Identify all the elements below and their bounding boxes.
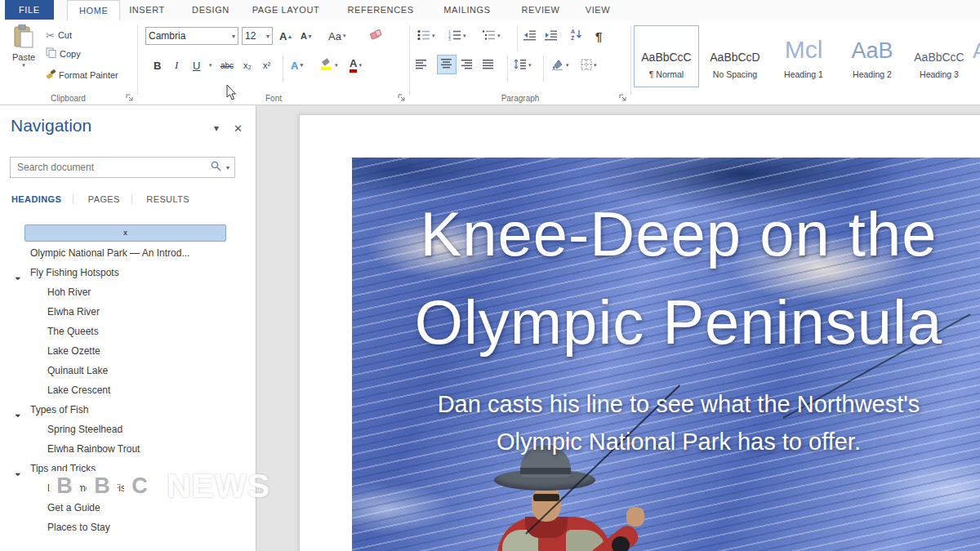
font-color-button[interactable]: A▾ xyxy=(350,56,362,74)
copy-label: Copy xyxy=(60,49,81,59)
text-effects-button[interactable]: A▾ xyxy=(291,56,303,74)
tab-mailings[interactable]: MAILINGS xyxy=(438,0,497,20)
tab-design[interactable]: DESIGN xyxy=(186,0,235,20)
nav-item[interactable]: Lake Ozette xyxy=(0,341,256,361)
nav-item[interactable]: Hoh River xyxy=(0,282,256,302)
show-hide-pilcrow-button[interactable]: ¶ xyxy=(595,27,602,45)
search-box[interactable]: ▾ xyxy=(10,157,235,178)
nav-item[interactable]: Elwha River xyxy=(0,302,256,322)
tab-view[interactable]: VIEW xyxy=(581,0,614,20)
tab-headings[interactable]: HEADINGS xyxy=(11,194,74,204)
svg-text:3: 3 xyxy=(448,37,451,41)
mouse-cursor xyxy=(226,85,238,104)
collapse-triangle-icon[interactable] xyxy=(15,409,23,417)
style-heading1[interactable]: Mcl Heading 1 xyxy=(771,25,836,87)
hero-image[interactable]: Knee-Deep on the Olympic Peninsula Dan c… xyxy=(352,158,980,551)
sort-button[interactable]: AZ xyxy=(571,27,582,45)
multilevel-list-button[interactable]: ▾ xyxy=(483,27,501,45)
format-painter-icon xyxy=(46,69,56,82)
ribbon-body: Paste ▾ ✂ Cut Copy Format Painter Clipbo… xyxy=(0,20,980,104)
shading-button[interactable]: ▾ xyxy=(551,56,569,74)
decrease-indent-icon xyxy=(523,29,537,43)
borders-button[interactable]: ▾ xyxy=(581,56,597,74)
change-case-button[interactable]: Aa▾ xyxy=(328,27,345,45)
paste-button[interactable]: Paste ▾ xyxy=(7,24,41,96)
underline-dropdown[interactable]: ▾ xyxy=(207,56,212,74)
paragraph-dialog-launcher[interactable] xyxy=(619,94,627,102)
tab-references[interactable]: REFERENCES xyxy=(341,0,420,20)
pane-close-icon[interactable]: ✕ xyxy=(234,122,243,135)
selected-heading-item[interactable]: x xyxy=(24,224,226,242)
style-partial-preview: A xyxy=(973,26,980,66)
cut-button[interactable]: ✂ Cut xyxy=(46,26,72,44)
tab-page-layout[interactable]: PAGE LAYOUT xyxy=(245,0,327,20)
line-spacing-button[interactable]: ▾ xyxy=(514,56,532,74)
numbering-button[interactable]: 123 ▾ xyxy=(448,27,466,45)
align-right-icon xyxy=(461,60,473,72)
paste-dropdown-arrow[interactable]: ▾ xyxy=(7,62,41,69)
collapse-triangle-icon[interactable] xyxy=(15,272,23,280)
font-dialog-launcher[interactable] xyxy=(398,94,406,102)
font-size-combo[interactable]: 12▾ xyxy=(242,27,273,45)
style-no-spacing[interactable]: AaBbCcD No Spacing xyxy=(702,25,768,87)
change-case-glyph: Aa xyxy=(328,30,341,42)
increase-indent-icon xyxy=(545,29,558,43)
nav-item[interactable]: Quinault Lake xyxy=(0,361,256,380)
tab-pages[interactable]: PAGES xyxy=(88,194,132,204)
superscript-button[interactable]: x² xyxy=(263,56,270,74)
italic-button[interactable]: I xyxy=(175,56,178,74)
borders-icon xyxy=(581,59,592,73)
nav-item[interactable]: Elwha Rainbow Trout xyxy=(0,439,256,459)
strikethrough-button[interactable]: abc xyxy=(220,56,234,74)
align-center-button[interactable] xyxy=(437,55,457,74)
search-dropdown-arrow[interactable]: ▾ xyxy=(226,164,229,171)
clipboard-dialog-launcher[interactable] xyxy=(126,94,134,102)
font-size-value: 12 xyxy=(245,30,256,42)
pane-options-chevron-icon[interactable]: ▾ xyxy=(214,122,219,134)
tab-results[interactable]: RESULTS xyxy=(146,194,201,204)
style-heading2[interactable]: AaB Heading 2 xyxy=(840,25,905,87)
search-icon[interactable] xyxy=(211,160,221,175)
shrink-font-button[interactable]: A▼ xyxy=(301,27,313,45)
nav-item[interactable]: The Queets xyxy=(0,322,256,341)
document-page[interactable]: Knee-Deep on the Olympic Peninsula Dan c… xyxy=(299,114,980,551)
style-partial[interactable]: A xyxy=(972,25,980,87)
copy-button[interactable]: Copy xyxy=(46,45,81,63)
tab-file[interactable]: FILE xyxy=(5,0,54,20)
font-name-combo[interactable]: Cambria▾ xyxy=(145,27,238,45)
paragraph-group: ▾ 123 ▾ ▾ xyxy=(411,20,630,104)
document-area[interactable]: Knee-Deep on the Olympic Peninsula Dan c… xyxy=(256,104,980,551)
grow-font-button[interactable]: A▲ xyxy=(279,27,292,45)
style-heading1-preview: Mcl xyxy=(772,26,835,66)
sunglasses xyxy=(533,494,559,501)
document-title-line1: Knee-Deep on the xyxy=(352,198,980,269)
cut-icon: ✂ xyxy=(46,29,55,42)
nav-item[interactable]: Fly Fishing Hotspots xyxy=(0,263,256,282)
align-right-button[interactable] xyxy=(461,56,473,74)
nav-item[interactable]: Spring Steelhead xyxy=(0,420,256,439)
nav-item[interactable]: Lake Crescent xyxy=(0,380,256,400)
align-left-button[interactable] xyxy=(416,56,427,74)
nav-item[interactable]: Olympic National Park — An Introd... xyxy=(0,243,256,263)
increase-indent-button[interactable] xyxy=(545,27,558,45)
nav-item[interactable]: Types of Fish xyxy=(0,400,256,420)
justify-button[interactable] xyxy=(483,56,494,74)
style-heading3[interactable]: AaBbCcC Heading 3 xyxy=(906,25,972,87)
line-spacing-icon xyxy=(514,59,527,72)
search-input[interactable] xyxy=(16,161,211,174)
clear-formatting-button[interactable] xyxy=(369,27,382,45)
tab-home[interactable]: HOME xyxy=(67,0,120,20)
nav-item[interactable]: Places to Stay xyxy=(0,518,256,537)
tab-review[interactable]: REVIEW xyxy=(518,0,564,20)
underline-button[interactable]: U xyxy=(193,56,200,74)
collapse-triangle-icon[interactable] xyxy=(15,468,23,476)
align-center-icon xyxy=(441,59,452,71)
tab-insert[interactable]: INSERT xyxy=(122,0,172,20)
decrease-indent-button[interactable] xyxy=(523,27,537,45)
highlight-button[interactable]: ▾ xyxy=(320,56,338,74)
format-painter-button[interactable]: Format Painter xyxy=(46,66,118,84)
subscript-button[interactable]: x₂ xyxy=(243,56,252,74)
bullets-button[interactable]: ▾ xyxy=(417,27,435,45)
bold-button[interactable]: B xyxy=(154,56,161,74)
style-normal[interactable]: AaBbCcC ¶ Normal xyxy=(634,25,699,87)
